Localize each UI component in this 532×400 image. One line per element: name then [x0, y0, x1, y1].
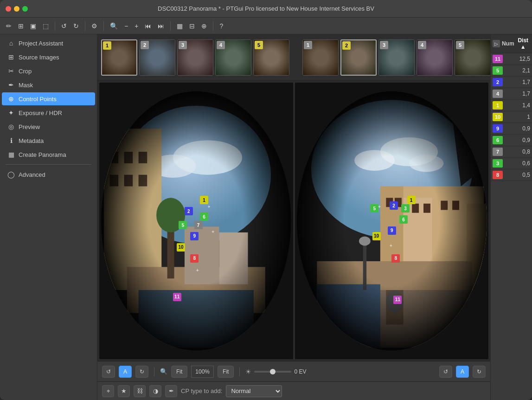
left-undo-button[interactable]: ↺ [102, 366, 115, 378]
cp-num-badge: 7 [493, 148, 503, 156]
right-undo-button[interactable]: ↺ [439, 366, 452, 378]
thumb-right-4[interactable]: 4 [417, 39, 453, 76]
cp-rows-container: 1112,552,121,741,711,410190,960,970,830,… [491, 53, 532, 181]
ev-slider-thumb[interactable] [270, 369, 276, 374]
cp-tool-lasso[interactable]: ⌖ [102, 385, 114, 397]
toolbar-settings-icon[interactable]: ⚙ [89, 21, 100, 31]
toolbar-grid-icon[interactable]: ⊞ [16, 21, 26, 31]
sidebar-item-project-assistant[interactable]: ⌂ Project Assistant [2, 37, 95, 50]
toolbar-zoom-out-icon[interactable]: − [122, 21, 130, 31]
cp-row[interactable]: 101 [491, 111, 532, 123]
fit2-button[interactable]: Fit [218, 366, 234, 378]
cp-num-badge: 4 [493, 90, 503, 98]
cp-dist-value: 0,5 [505, 172, 530, 178]
sidebar-item-exposure-hdr[interactable]: ✦ Exposure / HDR [2, 106, 95, 119]
cp-row[interactable]: 1112,5 [491, 53, 532, 65]
left-redo-button[interactable]: ↻ [135, 366, 148, 378]
cp-dist-value: 12,5 [505, 56, 530, 62]
cp-row[interactable]: 11,4 [491, 100, 532, 111]
thumb-number-1: 1 [103, 41, 111, 50]
thumb-right-5[interactable]: 5 [455, 39, 490, 76]
toolbar-redo-icon[interactable]: ↻ [71, 21, 81, 31]
toolbar-ffwd-icon[interactable]: ⏭ [155, 21, 167, 31]
left-canvas: 1 2 6 5 7 9 10 [99, 83, 293, 359]
toolbar-help-icon[interactable]: ? [217, 21, 225, 31]
mask-label: Mask [19, 82, 33, 89]
toolbar-sep-3 [103, 21, 104, 31]
cp-right-panel: ▷ Num Dist ▲ 1112,552,121,741,711,410190… [490, 34, 532, 400]
fit-button[interactable]: Fit [171, 366, 187, 378]
cp-row[interactable]: 60,9 [491, 135, 532, 146]
left-image-panel[interactable]: 1 2 6 5 7 9 10 [99, 83, 293, 359]
cp-row[interactable]: 52,1 [491, 65, 532, 77]
cp-dist-value: 0,8 [505, 148, 530, 155]
sidebar-item-advanced[interactable]: ◯ Advanced [2, 168, 95, 181]
thumb-left-1[interactable]: 1 [101, 39, 137, 76]
control-points-label: Control Points [19, 96, 57, 103]
svg-point-46 [296, 91, 487, 351]
cp-row[interactable]: 70,8 [491, 146, 532, 158]
thumb-right-1[interactable]: 1 [302, 39, 339, 76]
cp-row[interactable]: 80,5 [491, 169, 532, 181]
cp-num-badge: 8 [493, 171, 503, 179]
cp-tool-link[interactable]: ⛓ [134, 385, 146, 397]
thumb-left-5[interactable]: 5 [253, 39, 289, 76]
source-images-label: Source Images [19, 54, 59, 61]
sidebar-item-preview[interactable]: ◎ Preview [2, 120, 95, 133]
toolbar-img-icon[interactable]: ⬚ [40, 21, 51, 31]
right-redo-button[interactable]: ↻ [473, 366, 486, 378]
cp-dist-value: 2,1 [505, 67, 530, 74]
sidebar-item-metadata[interactable]: ℹ Metadata [2, 134, 95, 147]
cp-row[interactable]: 30,6 [491, 158, 532, 169]
cp-tool-pen[interactable]: ✒ [165, 385, 177, 397]
thumb-right-number-3: 3 [380, 41, 388, 49]
toolbar-pin-icon[interactable]: ⊕ [199, 21, 209, 31]
cp-dist-col-header[interactable]: Dist ▲ [516, 37, 531, 50]
right-image-panel[interactable]: 1 2 3 5 6 9 10 [295, 83, 489, 359]
toolbar-rewind-icon[interactable]: ⏮ [142, 21, 154, 31]
cp-dist-value: 0,9 [505, 137, 530, 143]
right-auto-button[interactable]: A [456, 366, 469, 378]
thumb-right-3[interactable]: 3 [378, 39, 415, 76]
toolbar-sep-5 [213, 21, 213, 31]
toolbar-edit-icon[interactable]: ✏ [4, 21, 14, 31]
cp-dist-value: 0,6 [505, 160, 530, 167]
cp-tool-star[interactable]: ★ [118, 385, 130, 397]
cp-row[interactable]: 21,7 [491, 77, 532, 88]
cp-num-col-header[interactable]: Num [501, 40, 515, 47]
create-panorama-icon: ▦ [7, 151, 15, 158]
cp-tool-adjust[interactable]: ◑ [149, 385, 161, 397]
toolbar-undo-icon[interactable]: ↺ [59, 21, 69, 31]
left-fisheye-svg [99, 83, 293, 359]
toolbar-search-icon[interactable]: 🔍 [108, 21, 120, 31]
thumb-left-4[interactable]: 4 [215, 39, 251, 76]
toolbar-layers-icon[interactable]: ▣ [28, 21, 38, 31]
cp-expand-btn[interactable]: ▷ [493, 40, 500, 47]
sidebar-item-control-points[interactable]: ⊕ Control Points [2, 92, 95, 105]
sidebar-item-source-images[interactable]: ⊞ Source Images [2, 51, 95, 64]
create-panorama-label: Create Panorama [19, 151, 66, 158]
cp-num-badge: 11 [493, 55, 503, 63]
thumb-left-2[interactable]: 2 [139, 39, 175, 76]
advanced-label: Advanced [19, 171, 45, 178]
left-auto-button[interactable]: A [119, 366, 132, 378]
thumb-right-2[interactable]: 2 [340, 39, 377, 76]
thumb-left-3[interactable]: 3 [177, 39, 213, 76]
cp-type-select[interactable]: Normal Horizontal Line Vertical Line Str… [226, 385, 282, 397]
sidebar: ⌂ Project Assistant ⊞ Source Images ✂ Cr… [0, 34, 97, 400]
cp-num-badge: 1 [493, 101, 503, 110]
ev-slider-track[interactable] [254, 371, 291, 373]
maximize-button[interactable] [22, 6, 28, 12]
cp-row[interactable]: 41,7 [491, 88, 532, 100]
cp-row[interactable]: 90,9 [491, 123, 532, 135]
sidebar-item-create-panorama[interactable]: ▦ Create Panorama [2, 148, 95, 161]
close-button[interactable] [6, 6, 11, 12]
sidebar-item-crop[interactable]: ✂ Crop [2, 65, 95, 77]
toolbar-grid3-icon[interactable]: ⊟ [187, 21, 197, 31]
minimize-button[interactable] [14, 6, 19, 12]
sidebar-item-mask[interactable]: ✒ Mask [2, 78, 95, 91]
toolbar-zoom-in-icon[interactable]: + [132, 21, 141, 31]
mask-icon: ✒ [7, 81, 15, 89]
toolbar-grid2-icon[interactable]: ▦ [174, 21, 185, 31]
bottom-toolbar: ↺ A ↻ 🔍 Fit 100% Fit ☀ 0 EV ↺ A [97, 361, 490, 381]
